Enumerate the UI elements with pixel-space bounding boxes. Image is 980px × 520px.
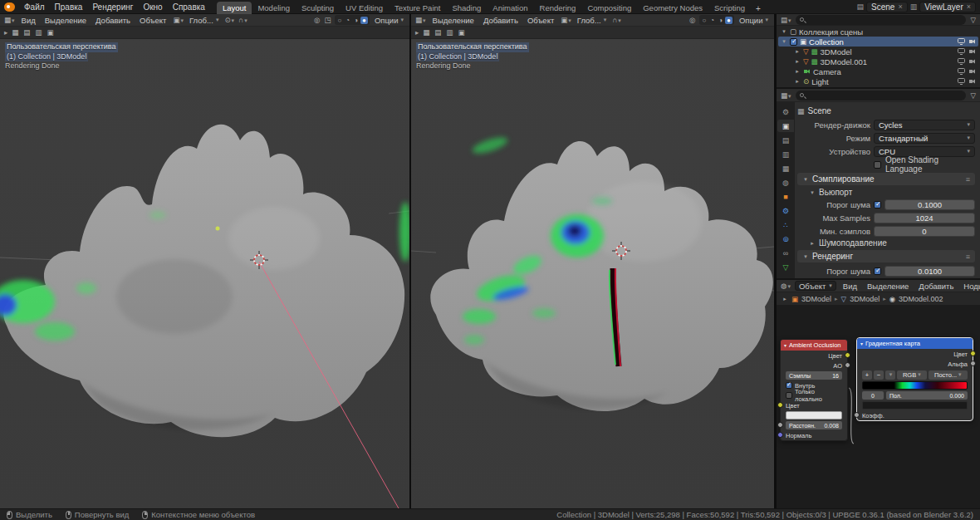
noise-threshold-field[interactable]: 0.1000 [884, 199, 975, 210]
noise-threshold-checkbox[interactable] [874, 201, 881, 208]
outliner-row-light[interactable]: ▸ ⊙ Light [791, 76, 978, 86]
menu-window[interactable]: Окно [138, 2, 167, 12]
render-visibility-icon[interactable] [968, 78, 976, 85]
properties-filter-icon[interactable]: ▽ [969, 91, 977, 100]
object-mode-icon[interactable]: ▣▾ [560, 16, 572, 24]
properties-tab-scene[interactable]: ▦ [777, 162, 794, 174]
blender-logo-icon[interactable] [4, 2, 15, 12]
render-visibility-icon[interactable] [968, 68, 976, 75]
workspace-tab-layout[interactable]: Layout [217, 2, 252, 14]
workspace-tab-shading[interactable]: Shading [446, 2, 487, 14]
tool-icon-3[interactable]: ▥ [445, 28, 453, 37]
workspace-tab-sculpting[interactable]: Sculpting [296, 2, 340, 14]
ramp-color-mode-dropdown[interactable]: RGB▾ [897, 370, 927, 380]
ramp-position-field[interactable]: Пол. 0.000 [886, 391, 968, 400]
properties-tab-view-layer[interactable]: ▥ [777, 148, 794, 160]
disclosure-icon[interactable]: ▸ [794, 78, 801, 85]
color-ramp-node[interactable]: ▾ Градиентная карта Цвет Альфа + − ▾ [856, 337, 973, 421]
workspace-tab-scripting[interactable]: Scripting [708, 2, 751, 14]
ao-normal-input-socket[interactable] [777, 432, 783, 438]
node-header[interactable]: ▾ Ambient Occlusion [781, 340, 847, 351]
properties-tab-object[interactable]: ■ [777, 190, 794, 203]
solid-shading-icon[interactable]: ◔ [708, 17, 716, 24]
properties-tab-render[interactable]: ▣ [777, 120, 794, 132]
properties-search-input[interactable] [796, 91, 967, 101]
workspace-tab-texture-paint[interactable]: Texture Paint [389, 2, 446, 14]
tool-icon-2[interactable]: ▤ [434, 28, 442, 37]
ao-samples-field[interactable]: Сэмплы 16 [786, 371, 842, 380]
object-mode-icon[interactable]: ▣▾ [172, 16, 184, 24]
transform-orientation-dropdown[interactable]: Глоб...▾ [575, 16, 609, 25]
ao-color-input-socket[interactable] [777, 402, 783, 408]
node-header[interactable]: ▾ Градиентная карта [857, 338, 973, 349]
proportional-edit-icon[interactable]: ◎ [313, 16, 321, 24]
workspace-tab-geometry-nodes[interactable]: Geometry Nodes [637, 2, 708, 14]
outliner-row-3dmodel[interactable]: ▸ ▽ ▩ 3DModel [791, 47, 978, 56]
filter-icon[interactable]: ▽ [969, 16, 977, 24]
ao-distance-field[interactable]: Расстоян. 0.008 [786, 421, 842, 429]
breadcrumb-object[interactable]: 3DModel [801, 295, 831, 303]
section-options-icon[interactable]: ≡ [966, 253, 970, 261]
outliner-search-input[interactable] [796, 15, 967, 25]
properties-tab-constraints[interactable]: ∞ [777, 247, 794, 259]
view-menu[interactable]: Вид [18, 16, 39, 25]
ramp-add-stop-button[interactable]: + [862, 370, 872, 380]
viewport-visibility-icon[interactable] [958, 68, 965, 75]
min-samples-field[interactable]: 0 [874, 226, 975, 237]
viewport-3d-canvas-right[interactable]: Пользовательская перспектива (1) Collect… [411, 39, 774, 508]
tool-icon-2[interactable]: ▤ [22, 28, 31, 37]
workspace-tab-compositing[interactable]: Compositing [581, 2, 637, 14]
menu-edit[interactable]: Правка [50, 2, 88, 12]
render-visibility-icon[interactable] [968, 38, 976, 45]
ao-color-output-socket[interactable] [845, 352, 850, 358]
wireframe-shading-icon[interactable]: ○ [336, 17, 344, 24]
ramp-gradient-bar[interactable] [862, 381, 968, 390]
add-menu[interactable]: Добавить [915, 282, 957, 291]
remove-view-layer-icon[interactable]: × [967, 2, 971, 11]
ao-inside-checkbox[interactable] [786, 382, 792, 389]
sampling-section-header[interactable]: ▾ Сэмплирование ≡ [797, 173, 975, 185]
workspace-tab-modeling[interactable]: Modeling [252, 2, 296, 14]
properties-tab-world[interactable]: ◍ [777, 176, 794, 189]
ramp-interpolation-dropdown[interactable]: Посто...▾ [929, 370, 968, 380]
properties-tab-output[interactable]: ▤ [777, 134, 794, 146]
render-noise-field[interactable]: 0.0100 [884, 266, 975, 277]
ramp-fac-input-socket[interactable] [854, 412, 860, 418]
shader-editor-icon[interactable]: ◍▾ [780, 282, 791, 290]
properties-tab-particles[interactable]: ∴ [777, 218, 794, 231]
transform-orientation-dropdown[interactable]: Глоб...▾ [187, 16, 221, 25]
section-options-icon[interactable]: ≡ [966, 175, 970, 184]
breadcrumb-mesh[interactable]: 3DModel [850, 295, 880, 303]
tool-icon-3[interactable]: ▥ [34, 28, 42, 37]
object-menu[interactable]: Объект [136, 16, 169, 25]
disclosure-icon[interactable]: ▸ [782, 296, 788, 302]
viewport-visibility-icon[interactable] [958, 58, 965, 65]
xray-toggle-icon[interactable]: ◳ [323, 16, 331, 24]
breadcrumb-material[interactable]: 3DModel.002 [899, 295, 943, 303]
unlink-scene-icon[interactable]: × [898, 2, 902, 11]
rendered-shading-icon[interactable]: ● [360, 17, 368, 24]
solid-shading-icon[interactable]: ◔ [344, 17, 351, 24]
snap-magnet-icon[interactable]: ∩▾ [611, 16, 622, 24]
node-canvas[interactable]: ▾ Ambient Occlusion Цвет AO Сэмплы [777, 306, 980, 508]
denoise-subsection-header[interactable]: ▸ Шумоподавление [797, 238, 975, 248]
node-menu[interactable]: Ноды [960, 282, 980, 291]
viewport-visibility-icon[interactable] [958, 38, 965, 45]
properties-editor-icon[interactable]: ▦▾ [780, 91, 792, 100]
tool-icon-1[interactable]: ▦ [11, 28, 19, 37]
add-menu[interactable]: Добавить [480, 16, 522, 25]
tool-header-toggle[interactable]: ▸ [415, 28, 419, 37]
ramp-color-output-socket[interactable] [970, 351, 976, 356]
outliner-row-collection[interactable]: ▾ ▣ Collection [778, 37, 978, 47]
properties-tab-tool[interactable]: ⚙ [777, 105, 794, 118]
collapse-icon[interactable]: ▾ [784, 342, 786, 348]
tool-icon-1[interactable]: ▦ [422, 28, 430, 37]
disclosure-icon[interactable]: ▾ [781, 28, 787, 35]
object-menu[interactable]: Объект [524, 16, 557, 25]
options-dropdown[interactable]: Опции▾ [737, 16, 771, 25]
scene-selector[interactable]: Scene × [866, 2, 908, 12]
menu-help[interactable]: Справка [168, 2, 210, 12]
material-shading-icon[interactable]: ◑ [352, 17, 360, 24]
render-section-header[interactable]: ▾ Рендеринг ≡ [797, 250, 975, 262]
ramp-options-button[interactable]: ▾ [885, 370, 895, 380]
